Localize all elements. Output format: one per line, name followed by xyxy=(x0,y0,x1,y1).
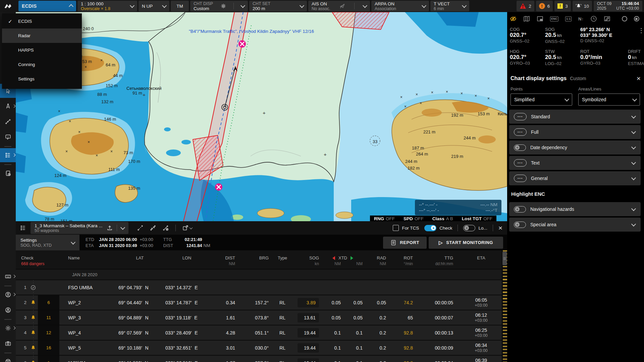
app-menu-item[interactable]: ✓ Conning xyxy=(2,57,82,72)
notifications-badge[interactable]: 10 xyxy=(573,1,592,11)
for-tcs-checkbox[interactable] xyxy=(393,225,399,231)
bell-icon xyxy=(31,360,36,362)
svg-text:×: × xyxy=(416,92,418,97)
close-route-panel-icon[interactable]: × xyxy=(498,225,502,231)
svg-text:×: × xyxy=(487,96,490,101)
svg-text:×: × xyxy=(110,149,113,154)
gear-icon[interactable] xyxy=(220,3,226,9)
row-toggle[interactable] xyxy=(514,206,526,213)
table-row[interactable]: 6 1 "A8"/ "Mu... 69° 11.500′N 033° 32.51… xyxy=(16,355,507,362)
areas-lines-select[interactable]: Symbolized xyxy=(578,94,640,106)
chart-settings-row[interactable]: ··· Full xyxy=(509,125,641,139)
top-toolbar: ECDIS 1 : 100 000 Overscale × 1.8 N UP T… xyxy=(0,0,644,12)
danger-count-badge[interactable]: 6 xyxy=(38,295,59,310)
danger-count-badge[interactable]: 12 xyxy=(38,325,59,340)
waypoint-table: Check Name LAT LON DIST BRG Type SOG XTD… xyxy=(16,250,507,362)
reverse-route-icon[interactable] xyxy=(150,225,156,231)
chart-settings-row[interactable]: ··· Highlight ENC xyxy=(509,187,641,201)
chart-area[interactable]: ××××××× ××××××× ××××××××× +++ xyxy=(16,12,507,221)
edit-route-icon[interactable] xyxy=(137,225,143,231)
motion-mode-button[interactable]: TM xyxy=(171,1,189,11)
route-list-icon[interactable] xyxy=(20,225,26,231)
overlay-frame-icon[interactable] xyxy=(537,15,543,22)
brightness-button[interactable] xyxy=(0,321,16,335)
chart-set-dropdown[interactable]: CHT SET 200 m xyxy=(249,1,307,11)
app-mode-dropdown[interactable]: ECDIS xyxy=(18,1,76,11)
keyboard-button[interactable] xyxy=(0,269,16,284)
danger-count-badge[interactable]: 1 xyxy=(38,356,59,362)
table-row[interactable]: 4 12 WP_4 69° 07.569′N 033° 28.409′E 4.2… xyxy=(16,325,507,340)
chart-settings-row[interactable]: ··· Text xyxy=(509,156,641,170)
info-tool-button[interactable] xyxy=(0,130,16,144)
app-menu-item[interactable]: ✓ ECDIS xyxy=(2,14,82,28)
logbook-tool-button[interactable] xyxy=(0,166,16,180)
chart-book-icon[interactable] xyxy=(523,15,530,22)
xtd-port-icon xyxy=(332,256,335,260)
lock-toggle[interactable] xyxy=(463,225,475,231)
danger-count-badge[interactable]: 11 xyxy=(38,310,59,325)
north-up-icon[interactable]: N↑ xyxy=(578,17,584,20)
app-menu-item[interactable]: ✓ Settings xyxy=(2,72,82,86)
hide-chart-objects-icon[interactable] xyxy=(510,15,517,22)
dangers-count[interactable]: 668 dangers xyxy=(16,261,59,266)
chart-display-dropdown[interactable]: CHT DISP Custom xyxy=(190,1,248,11)
close-panel-icon[interactable]: × xyxy=(637,75,641,82)
table-scrollbar[interactable] xyxy=(502,250,507,362)
chart-settings-row[interactable]: ··· Standard xyxy=(509,110,641,124)
chart-settings-row[interactable]: ··· General xyxy=(509,171,641,185)
alarm-warning-badge[interactable]: ! 6 xyxy=(536,1,553,11)
check-toggle[interactable] xyxy=(424,225,436,231)
points-select[interactable]: Simplified xyxy=(511,94,572,106)
kebab-menu-icon[interactable]: ⋮ xyxy=(628,27,644,44)
chevron-down-icon xyxy=(631,114,636,119)
compass-tool-button[interactable] xyxy=(0,99,16,113)
danger-count-badge[interactable]: 16 xyxy=(38,341,59,355)
table-row[interactable]: 5 16 WP_5 69° 10.188′N 033° 32.651′E 3.0… xyxy=(16,340,507,355)
danger-count-badge[interactable] xyxy=(38,280,59,295)
true-vector-dropdown[interactable]: T VECT 6 min xyxy=(430,1,469,11)
upload-icon[interactable] xyxy=(107,225,113,231)
options-pill-icon[interactable]: ··· xyxy=(514,128,527,136)
enc-icon[interactable]: ENC xyxy=(550,16,558,21)
row-toggle[interactable] xyxy=(514,144,526,151)
options-pill-icon[interactable]: ··· xyxy=(514,159,527,167)
route-list-tool-button[interactable] xyxy=(0,148,16,162)
report-button[interactable]: REPORT xyxy=(383,237,427,249)
man-overboard-button[interactable] xyxy=(0,303,16,317)
chart-settings-row[interactable]: ··· Date dependency xyxy=(509,140,641,155)
hdg-readout: HDG 020.7° GYRO–03 xyxy=(510,49,545,66)
table-row[interactable]: 3 11 WP_3 69° 04.889′N 033° 19.118′E 1.6… xyxy=(16,310,507,325)
orientation-dropdown[interactable]: N UP xyxy=(139,1,169,11)
app-menu-item[interactable]: ✓ Radar xyxy=(2,28,82,43)
row-toggle[interactable] xyxy=(514,222,526,228)
export-route-icon[interactable] xyxy=(182,225,189,231)
chart-settings-row[interactable]: ··· Special area xyxy=(509,218,641,232)
table-row[interactable]: 2 6 WP_2 69° 04.440′N 033° 14.787′E 0.34… xyxy=(16,295,507,310)
options-pill-icon[interactable]: ··· xyxy=(514,113,527,120)
chart-settings-row[interactable]: ··· Navigational hazards xyxy=(509,202,641,216)
app-menu-item[interactable]: ✓ HARPS xyxy=(2,43,82,57)
add-route-tool-button[interactable] xyxy=(0,115,16,129)
table-row[interactable]: 1 FSO UMBA 69° 04.793′N 033° 14.372′E xyxy=(16,280,507,295)
start-monitoring-button[interactable]: ▷ START MONITORING xyxy=(429,237,503,249)
ais-dropdown[interactable]: AIS ON No assoc. xyxy=(308,1,370,11)
options-pill-icon[interactable]: ··· xyxy=(514,175,527,182)
route-options-icon[interactable] xyxy=(163,225,169,231)
user-button[interactable] xyxy=(0,288,16,302)
one-to-one-scale-icon[interactable]: 1:1 xyxy=(565,16,572,21)
screenshot-camera-button[interactable] xyxy=(0,337,16,351)
assistance-button[interactable] xyxy=(0,355,16,362)
alarm-caution-badge[interactable]: ! 3 xyxy=(554,1,571,11)
alarm-critical-badge[interactable]: 2 xyxy=(517,1,534,11)
route-settings-dropdown[interactable]: Settings SOG, RAD, XTD xyxy=(16,235,79,250)
palette-radio-on[interactable] xyxy=(634,16,639,21)
clock-icon[interactable] xyxy=(590,15,597,22)
scale-dropdown[interactable]: 1 : 100 000 Overscale × 1.8 xyxy=(77,1,137,11)
route-selector[interactable]: 1_3 Murmansk – Sabetta (Kara ... 50 wayp… xyxy=(31,222,128,234)
scrollbar-thumb[interactable] xyxy=(502,252,507,265)
palette-radio-off[interactable] xyxy=(622,16,627,21)
expand-arrow-icon xyxy=(12,326,16,330)
chart-edit-icon[interactable] xyxy=(604,15,610,22)
datetime-display[interactable]: OCT 09 2025 15:46:04 UTC +03:00 xyxy=(594,1,642,11)
arpa-dropdown[interactable]: ARPA ON Association xyxy=(371,1,429,11)
